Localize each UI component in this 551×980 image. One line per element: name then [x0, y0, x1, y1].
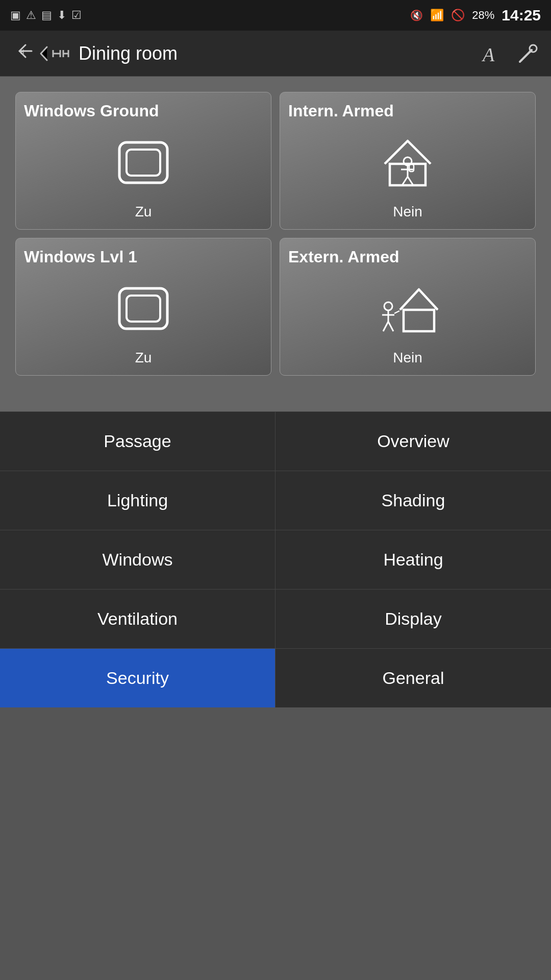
- nav-bar: H Dining room A: [0, 31, 551, 77]
- menu-item-heating[interactable]: Heating: [276, 530, 551, 589]
- cards-grid: Windows Ground Zu Intern. Armed: [15, 92, 536, 376]
- svg-line-21: [408, 177, 413, 185]
- menu-item-passage[interactable]: Passage: [0, 412, 276, 471]
- card-status-intern-armed: Nein: [288, 204, 527, 220]
- page-title: Dining room: [79, 43, 178, 64]
- card-icon-area-intern-armed: [288, 126, 527, 200]
- clock: 14:25: [502, 7, 541, 24]
- menu-row-5: Security General: [0, 648, 551, 707]
- menu-item-overview[interactable]: Overview: [276, 412, 551, 471]
- card-status-windows-lvl1: Zu: [24, 350, 263, 366]
- svg-rect-22: [409, 164, 414, 172]
- svg-line-20: [402, 177, 408, 185]
- svg-line-30: [388, 322, 393, 331]
- no-sim-icon: 🚫: [451, 9, 465, 22]
- card-icon-area-windows-lvl1: [24, 272, 263, 346]
- extern-armed-icon: [377, 282, 438, 335]
- card-status-windows-ground: Zu: [24, 204, 263, 220]
- menu-item-ventilation[interactable]: Ventilation: [0, 590, 276, 648]
- card-windows-ground[interactable]: Windows Ground Zu: [15, 92, 271, 230]
- menu-item-general[interactable]: General: [276, 649, 551, 707]
- card-status-extern-armed: Nein: [288, 350, 527, 366]
- window-lvl1-icon: [115, 284, 171, 333]
- svg-line-13: [520, 60, 521, 62]
- svg-text:H: H: [20, 48, 24, 56]
- card-title-intern-armed: Intern. Armed: [288, 102, 394, 120]
- file-icon: ▤: [41, 9, 52, 22]
- svg-line-31: [394, 311, 399, 313]
- alert-icon: ⚠: [26, 9, 36, 22]
- nav-menu: Passage Overview Lighting Shading Window…: [0, 411, 551, 707]
- menu-item-shading[interactable]: Shading: [276, 471, 551, 530]
- status-bar: ▣ ⚠ ▤ ⬇ ☑ 🔇 📶 🚫 28% 14:25: [0, 0, 551, 31]
- menu-item-windows[interactable]: Windows: [0, 530, 276, 589]
- card-extern-armed[interactable]: Extern. Armed Nein: [280, 238, 536, 376]
- card-icon-area-extern-armed: [288, 272, 527, 346]
- svg-rect-24: [127, 296, 160, 322]
- card-title-windows-lvl1: Windows Lvl 1: [24, 248, 137, 266]
- menu-row-1: Passage Overview: [0, 411, 551, 471]
- home-logo-icon[interactable]: [38, 43, 73, 64]
- menu-row-2: Lighting Shading: [0, 471, 551, 530]
- menu-item-security[interactable]: Security: [0, 649, 276, 707]
- wifi-icon: 📶: [430, 9, 444, 22]
- menu-item-lighting[interactable]: Lighting: [0, 471, 276, 530]
- font-icon[interactable]: A: [482, 43, 503, 64]
- settings-icon[interactable]: [517, 43, 539, 64]
- main-content: Windows Ground Zu Intern. Armed: [0, 77, 551, 386]
- menu-item-display[interactable]: Display: [276, 590, 551, 648]
- screen-icon: ▣: [10, 9, 21, 22]
- download-icon: ⬇: [57, 9, 66, 22]
- card-icon-area-windows-ground: [24, 126, 263, 200]
- status-icons-left: ▣ ⚠ ▤ ⬇ ☑: [10, 9, 82, 22]
- nav-right: A: [482, 43, 539, 64]
- battery-level: 28%: [472, 9, 494, 22]
- menu-row-3: Windows Heating: [0, 530, 551, 589]
- intern-armed-icon: [380, 136, 436, 189]
- svg-text:A: A: [482, 44, 495, 64]
- back-button[interactable]: H: [12, 41, 33, 66]
- menu-row-4: Ventilation Display: [0, 589, 551, 648]
- card-title-windows-ground: Windows Ground: [24, 102, 159, 120]
- status-icons-right: 🔇 📶 🚫 28% 14:25: [410, 7, 541, 24]
- window-icon: [115, 138, 171, 187]
- svg-line-29: [383, 322, 388, 331]
- card-windows-lvl1[interactable]: Windows Lvl 1 Zu: [15, 238, 271, 376]
- bluetooth-mute-icon: 🔇: [410, 9, 423, 21]
- spacer: [0, 386, 551, 411]
- clipboard-icon: ☑: [71, 9, 82, 22]
- card-title-extern-armed: Extern. Armed: [288, 248, 399, 266]
- nav-left: H Dining room: [12, 41, 178, 66]
- svg-line-12: [530, 50, 532, 52]
- svg-point-26: [384, 302, 392, 310]
- svg-rect-25: [404, 310, 434, 331]
- svg-rect-15: [127, 150, 160, 176]
- card-intern-armed[interactable]: Intern. Armed Nein: [280, 92, 536, 230]
